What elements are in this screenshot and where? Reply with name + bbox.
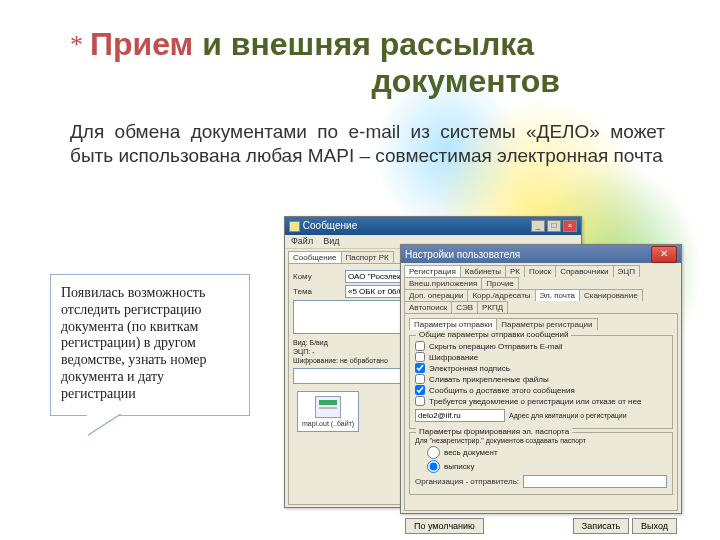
title-back: Сообщение [303, 220, 357, 231]
tab-registration[interactable]: Регистрация [404, 265, 461, 277]
chk-hide-send[interactable] [415, 341, 425, 351]
tab-corr[interactable]: Корр./адресаты [467, 289, 535, 301]
org-input[interactable] [523, 475, 667, 488]
rad-full[interactable] [427, 446, 440, 459]
titlebar-back: Сообщение _ □ × [285, 217, 581, 235]
default-button[interactable]: По умолчанию [405, 518, 484, 534]
tab-rk[interactable]: РК [505, 265, 525, 277]
tab-refs[interactable]: Справочники [555, 265, 613, 277]
exit-button[interactable]: Выход [632, 518, 677, 534]
titlebar-front: Настройки пользователя ✕ [401, 245, 681, 263]
passport-sub: Для "незарегистрир." документов создават… [415, 437, 667, 444]
tabs-row1: Регистрация Кабинеты РК Поиск Справочник… [401, 263, 681, 289]
close-button-front[interactable]: ✕ [651, 246, 677, 263]
title-rest: и внешняя рассылка [202, 26, 534, 62]
chk-esign[interactable] [415, 363, 425, 373]
title-word1: Прием [90, 26, 193, 62]
email-input[interactable] [415, 409, 505, 422]
tab-search[interactable]: Поиск [524, 265, 556, 277]
save-button[interactable]: Записать [573, 518, 629, 534]
email-label: Адрес для квитанции о регистрации [509, 412, 627, 419]
maximize-button[interactable]: □ [547, 220, 561, 232]
chk-cipher[interactable] [415, 352, 425, 362]
subtab-send[interactable]: Параметры отправки [409, 318, 497, 330]
tab-passport[interactable]: Паспорт РК [341, 251, 394, 263]
chk-notify[interactable] [415, 396, 425, 406]
close-button[interactable]: × [563, 220, 577, 232]
tab-scan[interactable]: Сканирование [579, 289, 643, 301]
settings-window: Настройки пользователя ✕ Регистрация Каб… [400, 244, 682, 514]
tabs-row2: Доп. операции Корр./адресаты Эл. почта С… [401, 289, 681, 313]
tab-rkpd[interactable]: РКПД [477, 301, 508, 313]
tab-ecp[interactable]: ЭЦП [613, 265, 640, 277]
tab-sev[interactable]: СЭВ [451, 301, 478, 313]
attachment-label: mapi.out (..байт) [302, 420, 354, 427]
group-passport: Параметры формирования эл. паспорта Для … [409, 432, 673, 495]
tab-ext[interactable]: Внеш.приложения [404, 277, 482, 289]
legend-send: Общие параметры отправки сообщений [416, 330, 571, 339]
rad-extract[interactable] [427, 460, 440, 473]
tab-ops[interactable]: Доп. операции [404, 289, 468, 301]
subtab-reg[interactable]: Параметры регистрации [496, 318, 597, 330]
attachment-file[interactable]: mapi.out (..байт) [297, 391, 359, 432]
tab-auto[interactable]: Автопоиск [404, 301, 452, 313]
org-label: Организация - отправитель: [415, 477, 519, 486]
minimize-button[interactable]: _ [531, 220, 545, 232]
callout-text: Появилась возможность отследить регистра… [61, 285, 207, 401]
tab-email[interactable]: Эл. почта [535, 289, 580, 301]
mail-icon [289, 221, 300, 232]
callout-box: Появилась возможность отследить регистра… [50, 274, 250, 416]
tab-message[interactable]: Сообщение [288, 251, 342, 263]
subject-label: Тема [293, 287, 341, 296]
title-line2: документов [90, 63, 660, 100]
to-label: Кому [293, 272, 341, 281]
menu-view[interactable]: Вид [323, 236, 339, 247]
menu-file[interactable]: Файл [291, 236, 313, 247]
title-front: Настройки пользователя [405, 249, 520, 260]
slide-title: Прием и внешняя рассылка документов [90, 26, 660, 100]
button-row: По умолчанию Записать Выход [401, 514, 681, 538]
tab-other[interactable]: Прочие [481, 277, 519, 289]
group-send-params: Общие параметры отправки сообщений Скрыт… [409, 335, 673, 429]
tab-cabinets[interactable]: Кабинеты [460, 265, 506, 277]
legend-passport: Параметры формирования эл. паспорта [416, 427, 572, 436]
heading-bullet: * [70, 30, 83, 60]
panel-front: Параметры отправки Параметры регистрации… [404, 313, 678, 511]
chk-delivery[interactable] [415, 385, 425, 395]
intro-paragraph: Для обмена документами по e-mail из сист… [70, 120, 665, 168]
chk-merge[interactable] [415, 374, 425, 384]
screenshot-stack: Сообщение _ □ × Файл Вид Сообщение Паспо… [284, 216, 682, 516]
